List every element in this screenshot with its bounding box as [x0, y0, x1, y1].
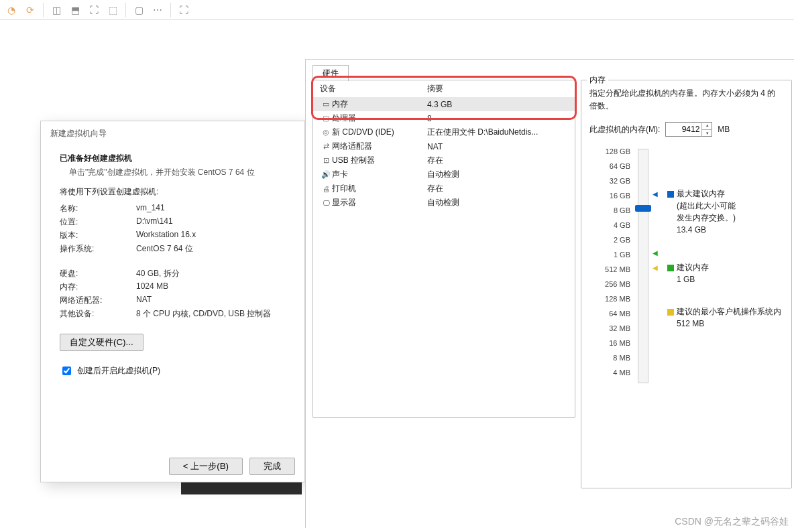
cpu-icon: ▢ — [320, 114, 332, 123]
printer-icon: 🖨 — [320, 185, 332, 193]
marker-max-icon: ◀ — [653, 190, 658, 198]
memory-slider-thumb[interactable] — [635, 205, 651, 212]
tick-label: 16 MB — [590, 339, 630, 347]
network-icon: ⇄ — [320, 142, 332, 151]
layout-split-icon[interactable]: ◫ — [48, 2, 65, 18]
power-on-label: 创建后开启此虚拟机(P) — [77, 365, 160, 377]
toolbar: ◔ ⟳ ◫ ⬒ ⛶ ⬚ ▢ ⋯ ⛶ — [0, 0, 794, 20]
memory-slider-track[interactable] — [638, 149, 648, 383]
memory-slider-area: 128 GB 64 GB 32 GB 16 GB 8 GB 4 GB 2 GB … — [589, 149, 783, 390]
sound-icon: 🔊 — [320, 170, 332, 179]
device-list-frame: 设备 摘要 ▭内存4.3 GB ▢处理器8 ◎新 CD/DVD (IDE)正在使… — [313, 80, 575, 418]
tick-label: 8 GB — [590, 206, 630, 214]
marker-min-icon: ◀ — [653, 264, 658, 271]
back-button[interactable]: < 上一步(B) — [169, 458, 243, 475]
memory-description: 指定分配给此虚拟机的内存量。内存大小必须为 4 的倍数。 — [589, 87, 783, 113]
display-icon: 🖵 — [320, 199, 332, 207]
disc-icon: ◎ — [320, 128, 332, 137]
hardware-dialog: 硬件 设备 摘要 ▭内存4.3 GB ▢处理器8 ◎新 CD/DVD (IDE)… — [305, 59, 794, 528]
separator — [170, 3, 171, 17]
settings-label: 将使用下列设置创建虚拟机: — [60, 186, 286, 198]
tick-label: 128 MB — [590, 295, 630, 303]
legend-min: 建议的最小客户机操作系统内 512 MB — [667, 306, 781, 330]
tick-label: 256 MB — [590, 280, 630, 288]
ready-subtitle: 单击"完成"创建虚拟机，并开始安装 CentOS 7 64 位 — [60, 167, 286, 178]
tick-label: 1 GB — [590, 251, 630, 259]
table-row: 网络适配器:NAT — [60, 295, 286, 306]
memory-icon: ▭ — [320, 100, 332, 109]
power-on-checkbox[interactable] — [62, 367, 71, 375]
table-row: 其他设备:8 个 CPU 内核, CD/DVD, USB 控制器 — [60, 308, 286, 320]
device-row-processor[interactable]: ▢处理器8 — [313, 111, 575, 125]
table-row: 内存:1024 MB — [60, 281, 286, 293]
legend-max-swatch — [667, 191, 674, 198]
legend-rec: 建议内存 1 GB — [667, 261, 709, 285]
customize-hardware-button[interactable]: 自定义硬件(C)... — [60, 334, 144, 351]
device-row-network[interactable]: ⇄网络适配器NAT — [313, 139, 575, 153]
settings-group-1: 名称:vm_141 位置:D:\vm\141 版本:Workstation 16… — [60, 203, 286, 255]
ready-title: 已准备好创建虚拟机 — [60, 153, 286, 164]
memory-size-input-wrap: ▲▼ — [665, 122, 712, 137]
wizard-title: 新建虚拟机向导 — [41, 121, 304, 146]
tick-label: 8 MB — [590, 354, 630, 362]
fit-icon[interactable]: ⛶ — [85, 2, 103, 18]
tick-label: 128 GB — [590, 147, 630, 155]
marker-rec-icon: ◀ — [653, 249, 658, 257]
legend-max: 最大建议内存 (超出此大小可能 发生内存交换。) 13.4 GB — [667, 188, 736, 236]
separator — [125, 3, 126, 17]
tick-label: 64 MB — [590, 310, 630, 318]
device-row-cddvd[interactable]: ◎新 CD/DVD (IDE)正在使用文件 D:\BaiduNetdis... — [313, 125, 575, 139]
fullscreen-icon[interactable]: ⛶ — [175, 2, 192, 18]
new-vm-wizard-dialog: 新建虚拟机向导 已准备好创建虚拟机 单击"完成"创建虚拟机，并开始安装 Cent… — [40, 121, 305, 482]
memory-title: 内存 — [587, 74, 608, 86]
tick-label: 64 GB — [590, 162, 630, 170]
memory-unit: MB — [718, 125, 730, 134]
table-row: 硬盘:40 GB, 拆分 — [60, 268, 286, 279]
spinner[interactable]: ▲▼ — [701, 122, 712, 137]
table-row: 操作系统:CentOS 7 64 位 — [60, 243, 286, 255]
usb-icon: ⊡ — [320, 156, 332, 165]
main-area: 新建虚拟机向导 已准备好创建虚拟机 单击"完成"创建虚拟机，并开始安装 Cent… — [0, 20, 794, 532]
tick-label: 4 GB — [590, 221, 630, 229]
layout-stack-icon[interactable]: ⬒ — [66, 2, 84, 18]
select-icon[interactable]: ⬚ — [104, 2, 121, 18]
more-icon[interactable]: ⋯ — [149, 2, 166, 18]
memory-settings-frame: 内存 指定分配给此虚拟机的内存量。内存大小必须为 4 的倍数。 此虚拟机的内存(… — [581, 80, 792, 488]
legend-min-swatch — [667, 309, 674, 316]
memory-size-label: 此虚拟机的内存(M): — [589, 124, 660, 135]
tick-label: 32 MB — [590, 324, 630, 332]
table-row: 位置:D:\vm\141 — [60, 216, 286, 228]
device-row-memory[interactable]: ▭内存4.3 GB — [313, 97, 575, 111]
device-row-usb[interactable]: ⊡USB 控制器存在 — [313, 153, 575, 168]
table-row: 名称:vm_141 — [60, 203, 286, 214]
tick-label: 2 GB — [590, 236, 630, 244]
table-row: 版本:Workstation 16.x — [60, 230, 286, 241]
finish-button[interactable]: 完成 — [249, 458, 295, 475]
tick-label: 512 MB — [590, 265, 630, 273]
watermark: CSDN @无名之辈之码谷娃 — [675, 516, 789, 528]
tab-hardware[interactable]: 硬件 — [313, 65, 349, 81]
tick-label: 16 GB — [590, 192, 630, 200]
device-row-sound[interactable]: 🔊声卡自动检测 — [313, 168, 575, 182]
clock-icon[interactable]: ⟳ — [21, 2, 39, 18]
separator — [43, 3, 44, 17]
device-list-header: 设备 摘要 — [313, 80, 575, 97]
device-row-printer[interactable]: 🖨打印机存在 — [313, 182, 575, 196]
console-icon[interactable]: ▢ — [130, 2, 148, 18]
device-row-display[interactable]: 🖵显示器自动检测 — [313, 196, 575, 210]
disk-icon[interactable]: ◔ — [3, 2, 20, 18]
tick-label: 32 GB — [590, 177, 630, 185]
settings-group-2: 硬盘:40 GB, 拆分 内存:1024 MB 网络适配器:NAT 其他设备:8… — [60, 268, 286, 320]
legend-rec-swatch — [667, 265, 674, 271]
tick-label: 4 MB — [590, 369, 630, 377]
